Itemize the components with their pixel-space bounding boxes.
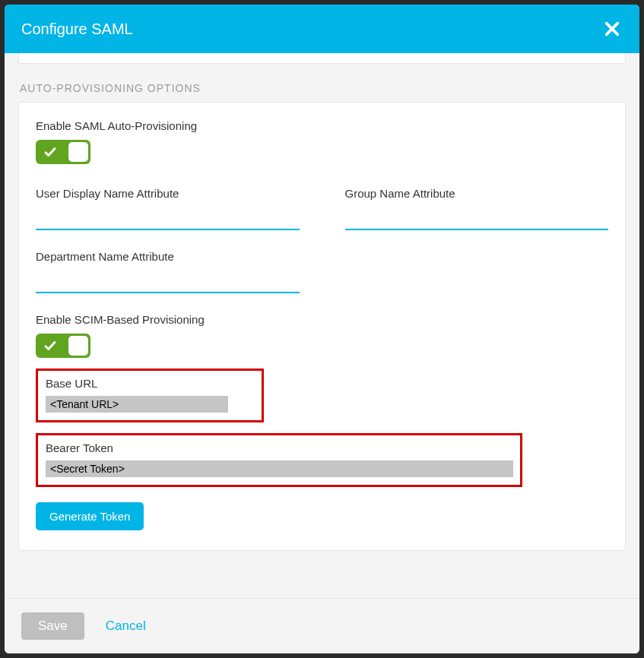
configure-saml-modal: Configure SAML AUTO-PROVISIONING OPTIONS… (5, 5, 639, 653)
auto-provisioning-card: Enable SAML Auto-Provisioning User Displ… (18, 102, 626, 551)
enable-saml-label: Enable SAML Auto-Provisioning (36, 119, 608, 132)
modal-title: Configure SAML (21, 21, 133, 38)
save-button[interactable]: Save (21, 612, 84, 640)
modal-header: Configure SAML (5, 5, 639, 53)
department-label: Department Name Attribute (36, 250, 300, 263)
toggle-knob (68, 142, 88, 162)
bearer-token-field[interactable] (46, 460, 513, 477)
base-url-highlight: Base URL (36, 369, 264, 422)
user-display-label: User Display Name Attribute (36, 187, 300, 200)
group-name-label: Group Name Attribute (345, 187, 609, 200)
enable-scim-label: Enable SCIM-Based Provisioning (36, 313, 608, 326)
user-display-input[interactable] (36, 207, 300, 230)
base-url-label: Base URL (46, 377, 254, 390)
bearer-token-label: Bearer Token (46, 441, 512, 454)
base-url-field[interactable] (46, 396, 228, 413)
generate-token-button[interactable]: Generate Token (36, 502, 144, 530)
toggle-knob (68, 336, 88, 356)
group-name-input[interactable] (345, 207, 609, 230)
modal-footer: Save Cancel (5, 598, 639, 653)
check-icon (43, 145, 57, 159)
enable-saml-toggle[interactable] (36, 140, 90, 164)
previous-card-edge (18, 53, 626, 64)
check-icon (43, 339, 57, 353)
close-icon[interactable] (601, 18, 623, 40)
modal-body-scroll[interactable]: AUTO-PROVISIONING OPTIONS Enable SAML Au… (5, 53, 639, 598)
department-input[interactable] (36, 270, 300, 293)
enable-scim-toggle[interactable] (36, 334, 90, 358)
section-title: AUTO-PROVISIONING OPTIONS (20, 82, 626, 94)
bearer-token-highlight: Bearer Token (36, 433, 522, 487)
cancel-button[interactable]: Cancel (106, 618, 146, 634)
